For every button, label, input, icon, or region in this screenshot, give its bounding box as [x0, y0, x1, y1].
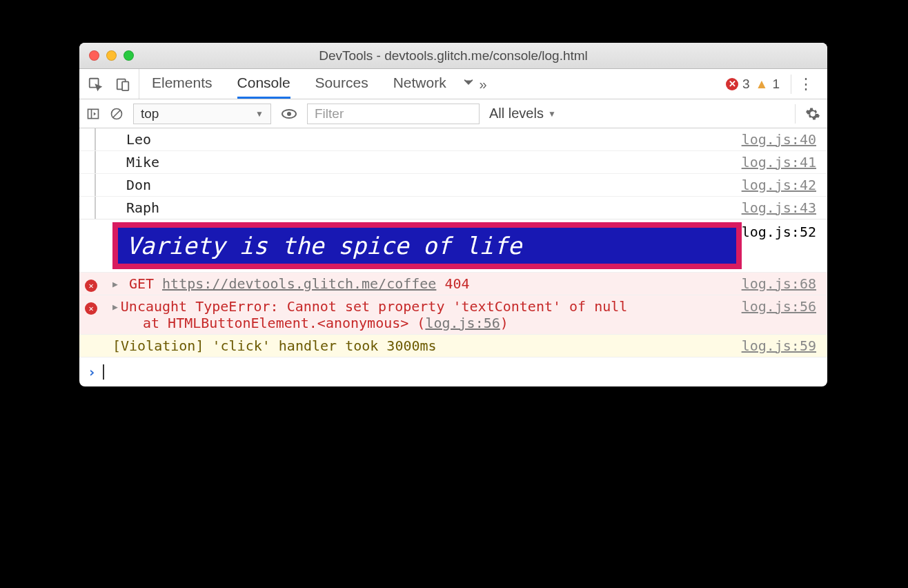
settings-menu-icon[interactable]: ⋮: [791, 75, 820, 94]
clear-console-icon[interactable]: [110, 107, 124, 121]
console-settings-icon[interactable]: [795, 104, 820, 124]
log-levels-selector[interactable]: All levels ▼: [489, 106, 556, 121]
log-row[interactable]: Raph log.js:43: [79, 197, 827, 219]
tab-elements[interactable]: Elements: [152, 69, 213, 99]
toggle-sidebar-icon[interactable]: [86, 107, 100, 121]
dropdown-caret-icon: ▼: [548, 109, 556, 119]
source-link[interactable]: log.js:43: [742, 199, 816, 216]
warning-icon: ▲: [756, 77, 769, 92]
log-row[interactable]: Leo log.js:40: [79, 128, 827, 151]
window-title: DevTools - devtools.glitch.me/console/lo…: [79, 48, 827, 63]
svg-line-6: [113, 110, 120, 117]
devtools-window: DevTools - devtools.glitch.me/console/lo…: [79, 43, 827, 386]
source-link[interactable]: log.js:56: [742, 298, 816, 315]
error-message: Uncaught TypeError: Cannot set property …: [121, 298, 628, 315]
warning-count: 1: [772, 77, 780, 92]
console-input[interactable]: [104, 363, 819, 381]
tab-console[interactable]: Console: [237, 69, 290, 99]
source-link[interactable]: log.js:59: [742, 337, 816, 354]
titlebar: DevTools - devtools.glitch.me/console/lo…: [79, 43, 827, 69]
error-url[interactable]: https://devtools.glitch.me/coffee: [162, 275, 436, 292]
stack-suffix: ): [500, 315, 509, 331]
source-link[interactable]: log.js:40: [742, 131, 816, 148]
error-icon: ✕: [85, 280, 97, 292]
prompt-caret-icon: ›: [88, 364, 96, 380]
console-output: Leo log.js:40 Mike log.js:41 Don log.js:…: [79, 128, 827, 386]
log-row[interactable]: Don log.js:42: [79, 174, 827, 197]
error-method: GET: [129, 275, 154, 292]
filter-input[interactable]: [307, 104, 480, 124]
styled-log-message: Variety is the spice of life: [112, 222, 742, 269]
log-message: Raph: [85, 199, 742, 216]
svg-rect-2: [122, 81, 128, 90]
log-row[interactable]: Mike log.js:41: [79, 151, 827, 174]
styled-log-row[interactable]: Variety is the spice of life log.js:52: [79, 219, 827, 273]
tab-network[interactable]: Network: [393, 69, 446, 99]
device-toolbar-icon[interactable]: [115, 77, 130, 92]
log-message: Leo: [85, 131, 742, 148]
log-message: Mike: [85, 154, 742, 170]
stack-link[interactable]: log.js:56: [425, 315, 500, 331]
source-link[interactable]: log.js:52: [742, 219, 816, 272]
expand-icon[interactable]: ▶: [112, 279, 118, 289]
main-tabbar: Elements Console Sources Network » ✕ 3 ▲…: [79, 69, 827, 99]
violation-row[interactable]: [Violation] 'click' handler took 3000ms …: [79, 335, 827, 357]
log-levels-label: All levels: [489, 106, 544, 121]
console-prompt[interactable]: ›: [79, 357, 827, 386]
expand-icon[interactable]: ▶: [112, 302, 118, 312]
violation-message: [Violation] 'click' handler took 3000ms: [112, 337, 742, 354]
error-status: 404: [444, 275, 469, 292]
source-link[interactable]: log.js:68: [742, 275, 816, 292]
log-message: Don: [85, 177, 742, 193]
tab-sources[interactable]: Sources: [315, 69, 368, 99]
live-expression-icon[interactable]: [281, 106, 297, 122]
error-icon: ✕: [85, 302, 97, 315]
more-tabs-icon[interactable]: »: [462, 75, 487, 92]
error-count: 3: [742, 77, 750, 92]
error-row[interactable]: ✕ ▶ GET https://devtools.glitch.me/coffe…: [79, 273, 827, 295]
context-selector[interactable]: top ▼: [133, 104, 271, 124]
warning-count-badge[interactable]: ▲ 1: [756, 77, 780, 92]
svg-point-8: [287, 112, 291, 116]
context-value: top: [141, 106, 159, 121]
dropdown-caret-icon: ▼: [255, 109, 264, 119]
stack-prefix: at HTMLButtonElement.<anonymous> (: [143, 315, 425, 331]
source-link[interactable]: log.js:42: [742, 177, 816, 193]
svg-rect-3: [88, 109, 99, 118]
error-count-badge[interactable]: ✕ 3: [726, 77, 750, 92]
source-link[interactable]: log.js:41: [742, 154, 816, 170]
console-toolbar: top ▼ All levels ▼: [79, 99, 827, 128]
error-icon: ✕: [726, 78, 738, 90]
error-row[interactable]: ✕ ▶Uncaught TypeError: Cannot set proper…: [79, 295, 827, 335]
inspect-element-icon[interactable]: [88, 77, 103, 92]
